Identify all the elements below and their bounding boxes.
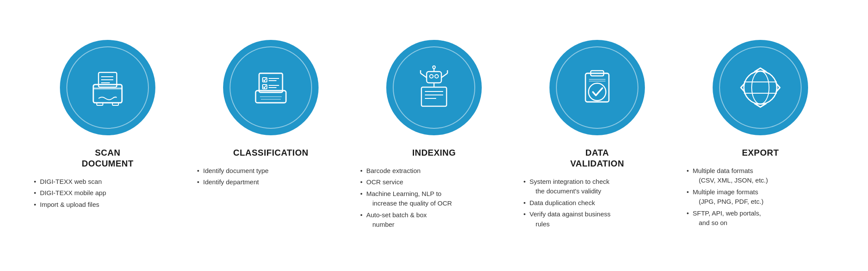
circle-export	[713, 40, 808, 135]
indexing-bullet-4: Auto-set batch & boxnumber	[360, 210, 508, 230]
svg-rect-19	[427, 72, 441, 83]
export-bullets: Multiple data formats(CSV, XML, JSON, et…	[687, 166, 834, 230]
validation-bullet-1: System integration to checkthe document'…	[523, 177, 671, 196]
svg-point-20	[430, 75, 433, 78]
circle-inner-validation	[556, 46, 638, 129]
export-bullet-1: Multiple data formats(CSV, XML, JSON, et…	[687, 166, 834, 186]
indexing-title: INDEXING	[412, 147, 456, 158]
validation-bullet-2: Data duplication check	[523, 198, 671, 208]
export-bullet-2: Multiple image formats(JPG, PNG, PDF, et…	[687, 187, 834, 207]
validation-bullets: System integration to checkthe document'…	[523, 177, 671, 231]
classification-bullet-2: Identify department	[197, 177, 345, 187]
export-bullet-3: SFTP, API, web portals,and so on	[687, 209, 834, 228]
classification-bullet-1: Identify document type	[197, 166, 345, 176]
validation-bullet-3: Verify data against businessrules	[523, 209, 671, 229]
main-container: SCANDOCUMENT DIGI-TEXX web scan DIGI-TEX…	[0, 27, 868, 245]
circle-inner-scan	[66, 46, 149, 129]
export-title: EXPORT	[742, 147, 779, 158]
scan-bullet-3: Import & upload files	[34, 200, 181, 210]
validation-title: DATAVALIDATION	[570, 147, 624, 169]
circle-inner-export	[719, 46, 802, 129]
svg-point-37	[589, 83, 606, 101]
scan-bullet-1: DIGI-TEXX web scan	[34, 177, 181, 187]
column-classification: CLASSIFICATION Identify document type Id…	[189, 40, 352, 189]
circle-classification	[223, 40, 319, 135]
svg-point-38	[744, 71, 777, 104]
column-export: EXPORT Multiple data formats(CSV, XML, J…	[679, 40, 842, 230]
scan-bullets: DIGI-TEXX web scan DIGI-TEXX mobile app …	[34, 177, 181, 212]
circle-inner-classification	[230, 46, 312, 129]
validation-icon	[573, 64, 621, 111]
column-scan: SCANDOCUMENT DIGI-TEXX web scan DIGI-TEX…	[26, 40, 189, 212]
svg-rect-10	[259, 73, 283, 92]
column-validation: DATAVALIDATION System integration to che…	[516, 40, 679, 231]
svg-rect-28	[421, 87, 447, 106]
svg-line-26	[441, 73, 447, 78]
svg-rect-33	[585, 73, 609, 102]
circle-indexing	[386, 40, 482, 135]
svg-rect-8	[112, 103, 118, 105]
svg-point-21	[435, 75, 438, 78]
scan-title: SCANDOCUMENT	[82, 147, 134, 169]
circle-validation	[549, 40, 645, 135]
classification-title: CLASSIFICATION	[233, 147, 308, 158]
scan-icon	[84, 64, 132, 111]
indexing-icon	[410, 64, 458, 111]
classification-bullets: Identify document type Identify departme…	[197, 166, 345, 189]
indexing-bullets: Barcode extraction OCR service Machine L…	[360, 166, 508, 232]
scan-bullet-2: DIGI-TEXX mobile app	[34, 188, 181, 198]
indexing-bullet-1: Barcode extraction	[360, 166, 508, 176]
svg-rect-7	[97, 103, 103, 105]
circle-scan	[60, 40, 155, 135]
column-indexing: INDEXING Barcode extraction OCR service …	[352, 40, 516, 232]
indexing-bullet-3: Machine Learning, NLP toincrease the qua…	[360, 189, 508, 209]
circle-inner-indexing	[393, 46, 475, 129]
svg-line-24	[421, 73, 427, 78]
export-icon	[736, 64, 784, 111]
indexing-bullet-2: OCR service	[360, 177, 508, 187]
classification-icon	[247, 64, 295, 111]
svg-point-39	[752, 71, 769, 104]
svg-point-23	[433, 66, 435, 69]
